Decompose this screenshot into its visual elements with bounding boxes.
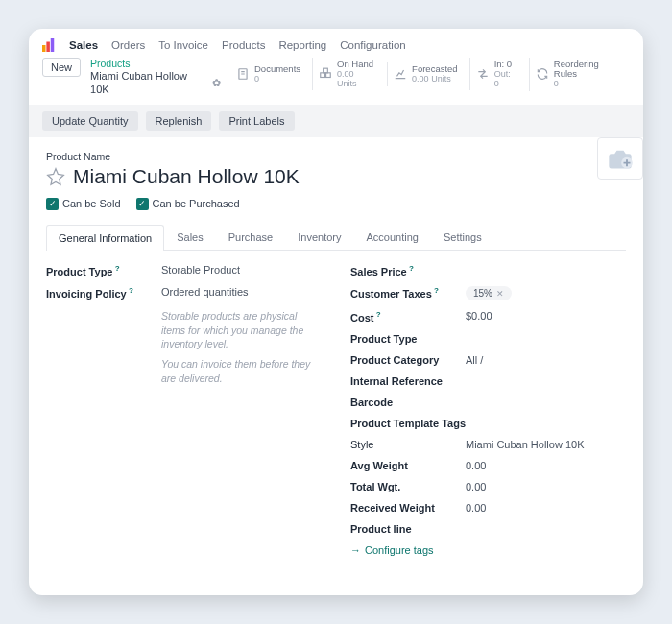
tab-purchase[interactable]: Purchase — [216, 224, 285, 250]
invoicing-policy-label: Invoicing Policy ? — [46, 286, 161, 300]
breadcrumb-current: Miami Cuban Hollow 10K — [90, 70, 208, 97]
can-be-sold-checkbox[interactable]: ✓ Can be Sold — [46, 198, 121, 210]
style-label: Style — [350, 439, 466, 450]
boxes-icon — [319, 67, 332, 81]
menu-configuration[interactable]: Configuration — [340, 39, 405, 51]
barcode-label: Barcode — [350, 396, 466, 408]
update-quantity-button[interactable]: Update Quantity — [42, 111, 138, 131]
product-title[interactable]: Miami Cuban Hollow 10K — [73, 165, 300, 188]
svg-rect-6 — [324, 69, 328, 74]
menu-to-invoice[interactable]: To Invoice — [158, 39, 208, 51]
image-upload[interactable] — [597, 137, 643, 180]
print-labels-button[interactable]: Print Labels — [219, 111, 294, 131]
total-weight-value[interactable]: 0.00 — [466, 481, 626, 492]
avg-weight-value[interactable]: 0.00 — [466, 460, 626, 471]
breadcrumb-parent[interactable]: Products — [90, 58, 221, 70]
indicator-in-out[interactable]: In: 0Out: 0 — [469, 58, 523, 90]
cost-value[interactable]: $0.00 — [466, 310, 626, 322]
tab-sales[interactable]: Sales — [164, 224, 216, 250]
tax-tag[interactable]: 15%✕ — [466, 286, 512, 300]
svg-rect-5 — [326, 73, 331, 78]
document-icon — [236, 67, 250, 81]
hint-storable: Storable products are physical items for… — [161, 309, 322, 351]
menu-sales[interactable]: Sales — [69, 39, 98, 51]
hint-invoice: You can invoice them before they are del… — [161, 357, 322, 385]
camera-plus-icon — [607, 147, 634, 170]
form-col-left: Product Type ? Storable Product Invoicin… — [46, 264, 322, 556]
product-type2-label: Product Type — [350, 333, 466, 345]
menu-orders[interactable]: Orders — [111, 39, 145, 51]
product-line-label: Product line — [350, 523, 466, 535]
title-row: Miami Cuban Hollow 10K — [46, 165, 626, 188]
menubar: Sales Orders To Invoice Products Reporti… — [29, 29, 643, 58]
indicator-reordering[interactable]: Reordering Rules0 — [529, 58, 630, 91]
tab-inventory[interactable]: Inventory — [285, 224, 353, 250]
svg-rect-0 — [42, 45, 46, 52]
star-icon[interactable] — [46, 167, 65, 186]
indicator-row: Documents0 On Hand0.00 Units Forecasted0… — [230, 58, 630, 91]
customer-taxes-label: Customer Taxes ? — [350, 286, 466, 300]
indicator-documents[interactable]: Documents0 — [230, 62, 306, 85]
product-name-label: Product Name — [46, 151, 626, 162]
tab-settings[interactable]: Settings — [431, 224, 494, 250]
menu-reporting[interactable]: Reporting — [278, 39, 326, 51]
product-category-label: Product Category — [350, 354, 466, 366]
product-type-value[interactable]: Storable Product — [161, 264, 322, 276]
menu-products[interactable]: Products — [222, 39, 265, 51]
refresh-icon — [536, 67, 549, 81]
product-type-label: Product Type ? — [46, 264, 161, 277]
close-icon[interactable]: ✕ — [496, 289, 504, 299]
checkbox-row: ✓ Can be Sold ✓ Can be Purchased — [46, 198, 626, 210]
arrows-icon — [476, 67, 490, 81]
arrow-right-icon: → — [350, 544, 361, 556]
svg-rect-4 — [321, 73, 325, 78]
app-window: Sales Orders To Invoice Products Reporti… — [29, 29, 643, 595]
total-weight-label: Total Wgt. — [350, 481, 466, 492]
replenish-button[interactable]: Replenish — [146, 111, 212, 131]
indicator-on-hand[interactable]: On Hand0.00 Units — [312, 58, 381, 90]
new-button[interactable]: New — [42, 58, 81, 77]
can-be-purchased-checkbox[interactable]: ✓ Can be Purchased — [136, 198, 240, 210]
chart-icon — [394, 67, 407, 81]
form-grid: Product Type ? Storable Product Invoicin… — [46, 264, 626, 556]
tabs: General Information Sales Purchase Inven… — [46, 224, 626, 251]
action-strip: Update Quantity Replenish Print Labels — [29, 105, 643, 137]
internal-reference-label: Internal Reference — [350, 375, 466, 387]
svg-rect-2 — [51, 38, 55, 52]
received-weight-label: Received Weight — [350, 502, 466, 514]
indicator-forecasted[interactable]: Forecasted0.00 Units — [387, 62, 464, 85]
brand-icon — [42, 38, 56, 52]
style-value[interactable]: Miami Cuban Hollow 10K — [466, 439, 626, 450]
product-template-tags-label: Product Template Tags — [350, 418, 466, 429]
breadcrumb-row: New Products Miami Cuban Hollow 10K ✿ Do… — [29, 58, 643, 105]
svg-rect-1 — [46, 42, 50, 53]
cost-label: Cost ? — [350, 310, 466, 324]
configure-tags-link[interactable]: → Configure tags — [350, 544, 626, 556]
check-icon: ✓ — [46, 198, 59, 210]
tab-general-information[interactable]: General Information — [46, 225, 164, 251]
received-weight-value[interactable]: 0.00 — [466, 502, 626, 514]
sales-price-label: Sales Price ? — [350, 264, 466, 277]
form-body: Product Name Miami Cuban Hollow 10K ✓ Ca… — [29, 137, 643, 595]
check-icon: ✓ — [136, 198, 149, 210]
gear-icon[interactable]: ✿ — [212, 77, 221, 90]
avg-weight-label: Avg Weight — [350, 460, 466, 471]
form-col-right: Sales Price ? Customer Taxes ? 15%✕ Cost… — [350, 264, 626, 556]
invoicing-policy-value[interactable]: Ordered quantities — [161, 286, 322, 298]
product-category-value[interactable]: All / — [466, 354, 626, 366]
breadcrumb: Products Miami Cuban Hollow 10K ✿ — [90, 58, 221, 97]
tab-accounting[interactable]: Accounting — [353, 224, 430, 250]
